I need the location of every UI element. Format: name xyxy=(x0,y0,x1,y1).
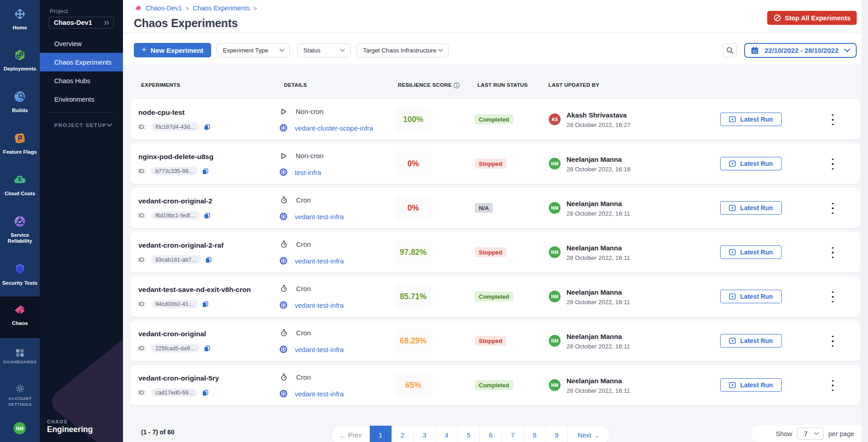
rail-item-service-reliability[interactable]: Service Reliability xyxy=(0,207,40,255)
row-menu-button[interactable] xyxy=(829,158,836,170)
experiment-id-chip: 94cd00b2-41... xyxy=(151,300,198,308)
pagination-page-6[interactable]: 6 xyxy=(480,426,502,442)
infra-link[interactable]: vedant-test-infra xyxy=(295,301,344,309)
stop-all-experiments-button[interactable]: Stop All Experiments xyxy=(767,11,857,25)
project-name: Chaos-Dev1 xyxy=(54,19,104,26)
latest-run-button[interactable]: Latest Run xyxy=(720,157,782,170)
infra-link[interactable]: vedant-test-infra xyxy=(295,390,344,398)
latest-run-button[interactable]: Latest Run xyxy=(720,245,782,259)
resilience-score-value: 65% xyxy=(405,381,421,390)
infra-link[interactable]: test-infra xyxy=(295,169,321,176)
pagination-page-4[interactable]: 4 xyxy=(436,426,458,442)
experiment-infra[interactable]: vedant-test-infra xyxy=(279,301,344,309)
latest-run-button[interactable]: Latest Run xyxy=(720,334,782,348)
rail-item-chaos[interactable]: Chaos xyxy=(0,296,40,338)
column-last-run-status: LAST RUN STATUS xyxy=(477,82,528,88)
scrollbar-track[interactable] xyxy=(862,0,868,442)
infra-link[interactable]: vedant-test-infra xyxy=(295,346,344,353)
resilience-score: 97.82% xyxy=(395,240,431,264)
experiment-infra[interactable]: test-infra xyxy=(279,168,321,176)
service-reliability-icon xyxy=(13,215,27,228)
date-range-picker[interactable]: 22/10/2022 - 28/10/2022 xyxy=(744,43,857,58)
page-header: Chaos-Dev1 > Chaos Experiments > Chaos E… xyxy=(123,0,868,33)
page-size-value: 7 xyxy=(804,430,807,437)
page-size-select[interactable]: 7 xyxy=(797,428,824,440)
pagination-page-8[interactable]: 8 xyxy=(524,426,546,442)
sidebar-item-chaos-hubs[interactable]: Chaos Hubs xyxy=(40,71,123,90)
experiment-infra[interactable]: vedant-cluster-scope-infra xyxy=(279,124,373,132)
experiment-id-line: ID: 225fcad5-da9... xyxy=(138,344,211,353)
updated-by-date: 28 October 2022, 16:11 xyxy=(566,387,630,394)
filter-experiment-type[interactable]: Experiment Type xyxy=(217,43,290,57)
latest-run-button[interactable]: Latest Run xyxy=(720,378,782,392)
copy-icon[interactable] xyxy=(202,301,209,308)
rail-item-deployments[interactable]: Deployments xyxy=(0,41,40,83)
infra-link[interactable]: vedant-test-infra xyxy=(295,213,344,221)
arrow-right-icon: → xyxy=(593,432,600,439)
sidebar-item-overview[interactable]: Overview xyxy=(40,34,123,53)
sidebar-item-environments[interactable]: Environments xyxy=(40,90,123,108)
breadcrumb-page[interactable]: Chaos Experiments xyxy=(193,5,250,12)
rail-item-security-tests[interactable]: Security Tests xyxy=(0,255,40,296)
copy-icon[interactable] xyxy=(203,212,211,219)
rail-item-home[interactable]: Home xyxy=(0,0,40,42)
experiment-row[interactable]: node-cpu-test ID: f0c187d4-43d... Non-cr xyxy=(130,99,860,140)
latest-run-button[interactable]: Latest Run xyxy=(720,201,782,215)
copy-icon[interactable] xyxy=(203,123,211,131)
rail-item-account-settings[interactable]: ACCOUNT SETTINGS xyxy=(0,384,40,407)
search-button[interactable] xyxy=(723,43,737,57)
project-setup-section[interactable]: PROJECT SETUP xyxy=(54,122,112,128)
experiment-row[interactable]: vedant-cron-original-5ry ID: cad17ed0-59… xyxy=(130,365,860,405)
row-menu-button[interactable] xyxy=(829,335,836,347)
module-rail: Home Deployments Builds Feature Flags xyxy=(0,0,40,442)
experiment-infra[interactable]: vedant-test-infra xyxy=(279,257,344,265)
pagination-page-3[interactable]: 3 xyxy=(414,426,436,442)
updated-by-name: Neelanjan Manna xyxy=(566,155,622,163)
experiment-infra[interactable]: vedant-test-infra xyxy=(279,345,344,353)
experiment-row[interactable]: nginx-pod-delete-u8sg ID: b773c335-99... xyxy=(130,143,860,184)
latest-run-button[interactable]: Latest Run xyxy=(720,113,782,126)
copy-icon[interactable] xyxy=(203,345,211,352)
row-menu-button[interactable] xyxy=(829,202,836,214)
sidebar-item-chaos-experiments[interactable]: Chaos Experiments xyxy=(40,53,123,71)
experiment-row[interactable]: vedant-cron-original ID: 225fcad5-da9... xyxy=(130,320,860,361)
copy-icon[interactable] xyxy=(202,389,209,396)
rail-item-dashboards[interactable]: DASHBOARDS xyxy=(0,349,40,365)
latest-run-button[interactable]: Latest Run xyxy=(720,290,782,303)
pagination-page-2[interactable]: 2 xyxy=(392,426,414,442)
row-menu-button[interactable] xyxy=(829,380,836,391)
pagination-page-5[interactable]: 5 xyxy=(458,426,480,442)
pagination-page-1[interactable]: 1 xyxy=(370,426,392,442)
experiment-infra[interactable]: vedant-test-infra xyxy=(279,212,344,221)
row-menu-button[interactable] xyxy=(829,114,836,126)
pagination-page-9[interactable]: 9 xyxy=(546,426,568,442)
filter-status[interactable]: Status xyxy=(297,43,350,57)
user-avatar[interactable]: NM xyxy=(14,422,26,434)
infra-link[interactable]: vedant-test-infra xyxy=(295,257,344,265)
experiment-row[interactable]: vedant-test-save-nd-exit-v8h-cron ID: 94… xyxy=(130,276,860,317)
info-icon[interactable] xyxy=(453,82,460,89)
filter-target-chaos-infrastructure[interactable]: Target Chaos Infrastructure xyxy=(357,43,448,57)
avatar: NM xyxy=(549,379,561,391)
experiment-id-line: ID: 83cab181-ab7... xyxy=(138,255,212,264)
experiment-infra[interactable]: vedant-test-infra xyxy=(279,390,344,398)
row-menu-button[interactable] xyxy=(829,291,836,303)
breadcrumb-project[interactable]: Chaos-Dev1 xyxy=(146,5,182,12)
new-experiment-button[interactable]: + New Experiment xyxy=(134,43,211,57)
infra-link[interactable]: vedant-cluster-scope-infra xyxy=(295,124,373,132)
project-selector[interactable]: Chaos-Dev1 xyxy=(49,17,114,28)
row-menu-button[interactable] xyxy=(829,247,836,259)
experiment-type-label: Cron xyxy=(296,196,311,204)
rail-item-builds[interactable]: Builds xyxy=(0,83,40,124)
pagination-next-button[interactable]: Next → xyxy=(568,426,609,442)
pagination-page-7[interactable]: 7 xyxy=(502,426,524,442)
updated-by-date: 28 October 2022, 16:16 xyxy=(566,166,631,173)
experiment-row[interactable]: vedant-cron-original-2-raf ID: 83cab181-… xyxy=(130,232,860,273)
rail-item-cloud-costs[interactable]: $ Cloud Costs xyxy=(0,166,40,207)
copy-icon[interactable] xyxy=(205,256,212,263)
rail-item-feature-flags[interactable]: Feature Flags xyxy=(0,124,40,166)
copy-icon[interactable] xyxy=(202,168,209,175)
pagination-prev-button[interactable]: ← Prev xyxy=(332,426,370,442)
experiment-row[interactable]: vedant-cron-original-2 ID: f6d19bc1-fedf… xyxy=(130,188,860,228)
latest-run-icon xyxy=(729,249,736,256)
